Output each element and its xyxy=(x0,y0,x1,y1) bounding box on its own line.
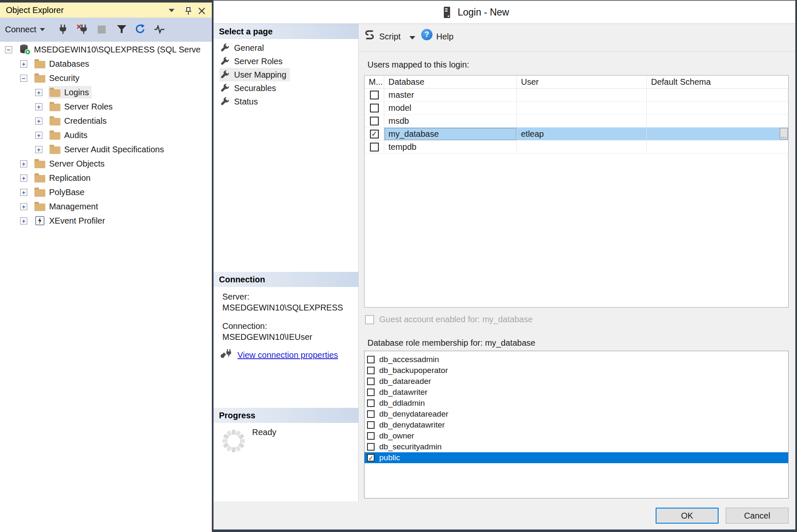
table-row-msdb[interactable]: msdb xyxy=(365,115,788,128)
expand-icon[interactable]: + xyxy=(20,189,27,196)
collapse-icon[interactable]: − xyxy=(5,46,12,53)
table-row-my-database[interactable]: ✓ my_database etleap ... xyxy=(365,128,788,141)
role-item-db-securityadmin[interactable]: db_securityadmin xyxy=(365,441,788,452)
expand-icon[interactable]: + xyxy=(20,160,27,167)
tree-item-server-objects[interactable]: + Server Objects xyxy=(0,156,212,171)
column-header-user[interactable]: User xyxy=(517,76,647,89)
database-cell[interactable]: my_database xyxy=(384,128,517,141)
expand-icon[interactable]: + xyxy=(35,103,42,110)
user-cell[interactable] xyxy=(517,89,647,102)
role-checkbox[interactable] xyxy=(367,356,375,363)
default-schema-cell[interactable] xyxy=(647,141,788,154)
page-item-server-roles[interactable]: Server Roles xyxy=(214,55,358,68)
tree-item-security[interactable]: − Security xyxy=(0,71,212,85)
expand-icon[interactable]: + xyxy=(20,217,27,224)
expand-icon[interactable]: + xyxy=(20,203,27,210)
expand-icon[interactable]: + xyxy=(20,60,27,68)
tree-item-credentials[interactable]: + Credentials xyxy=(0,114,212,128)
window-position-icon[interactable] xyxy=(169,9,175,12)
collapse-icon[interactable]: − xyxy=(20,75,27,82)
table-row-master[interactable]: master xyxy=(365,89,788,102)
page-item-securables[interactable]: Securables xyxy=(214,81,358,95)
default-schema-cell[interactable] xyxy=(647,89,788,102)
map-checkbox[interactable] xyxy=(370,117,379,125)
role-checkbox[interactable] xyxy=(367,410,375,418)
table-row-tempdb[interactable]: tempdb xyxy=(365,141,788,154)
database-cell[interactable]: master xyxy=(384,89,517,102)
column-header-default-schema[interactable]: Default Schema xyxy=(647,76,788,89)
role-item-db-datawriter[interactable]: db_datawriter xyxy=(365,387,788,398)
page-item-user-mapping[interactable]: User Mapping xyxy=(214,68,358,81)
script-button[interactable]: Script xyxy=(379,32,401,42)
expand-icon[interactable]: + xyxy=(35,146,42,153)
script-caret-icon[interactable] xyxy=(409,36,415,39)
expand-icon[interactable]: + xyxy=(35,89,42,96)
tree-item-management[interactable]: + Management xyxy=(0,199,212,214)
close-panel-icon[interactable] xyxy=(198,7,206,16)
role-item-db-denydatareader[interactable]: db_denydatareader xyxy=(365,409,788,420)
default-schema-cell[interactable] xyxy=(647,102,788,115)
database-cell[interactable]: model xyxy=(384,102,517,115)
map-checkbox[interactable] xyxy=(370,104,379,112)
tree-item-server-audit-specifications[interactable]: + Server Audit Specifications xyxy=(0,142,212,156)
table-row-model[interactable]: model xyxy=(365,102,788,115)
view-connection-properties[interactable]: View connection properties xyxy=(221,348,338,362)
role-item-db-ddladmin[interactable]: db_ddladmin xyxy=(365,398,788,409)
tree-item-audits[interactable]: + Audits xyxy=(0,128,212,142)
connect-button[interactable]: Connect xyxy=(5,18,45,41)
column-header-database[interactable]: Database xyxy=(384,76,517,89)
role-checkbox[interactable] xyxy=(367,432,375,440)
default-schema-cell[interactable]: ... xyxy=(647,128,788,141)
role-checkbox[interactable] xyxy=(367,443,375,451)
cancel-button[interactable]: Cancel xyxy=(726,508,789,524)
help-button[interactable]: Help xyxy=(436,32,453,42)
stop-icon[interactable] xyxy=(96,23,107,35)
database-cell[interactable]: tempdb xyxy=(384,141,517,154)
tree-item-replication[interactable]: + Replication xyxy=(0,171,212,185)
role-item-public[interactable]: ✓ public xyxy=(365,452,788,463)
tree-item-xevent-profiler[interactable]: + XEvent Profiler xyxy=(0,214,212,228)
refresh-icon[interactable] xyxy=(134,23,146,35)
expand-icon[interactable]: + xyxy=(35,117,42,125)
role-item-db-backupoperator[interactable]: db_backupoperator xyxy=(365,365,788,376)
user-cell[interactable] xyxy=(517,141,647,154)
expand-icon[interactable]: + xyxy=(20,175,27,182)
role-item-db-owner[interactable]: db_owner xyxy=(365,430,788,441)
expand-icon[interactable]: + xyxy=(35,132,42,139)
user-cell[interactable] xyxy=(517,115,647,128)
tree-item-logins[interactable]: + Logins xyxy=(0,85,212,99)
disconnect-object-icon[interactable] xyxy=(76,23,88,35)
ssms-screen: Object Explorer Connect xyxy=(0,0,797,532)
role-checkbox[interactable] xyxy=(367,367,375,374)
role-checkbox[interactable] xyxy=(367,378,375,385)
filter-icon[interactable] xyxy=(116,23,128,35)
page-item-general[interactable]: General xyxy=(214,41,358,55)
map-checkbox[interactable] xyxy=(370,91,379,99)
role-checkbox[interactable] xyxy=(367,399,375,407)
view-connection-properties-link[interactable]: View connection properties xyxy=(237,350,338,360)
role-checkbox[interactable] xyxy=(367,389,375,396)
column-header-map[interactable]: M... xyxy=(365,76,384,89)
ok-button[interactable]: OK xyxy=(656,508,719,524)
user-cell[interactable] xyxy=(517,102,647,115)
user-cell[interactable]: etleap xyxy=(517,128,647,141)
activity-monitor-icon[interactable] xyxy=(154,23,165,35)
page-item-status[interactable]: Status xyxy=(214,95,358,108)
tree-item-polybase[interactable]: + PolyBase xyxy=(0,185,212,199)
tree-item-server[interactable]: − MSEDGEWIN10\SQLEXPRESS (SQL Serve xyxy=(0,42,212,57)
dialog-titlebar[interactable]: Login - New xyxy=(214,1,795,23)
tree-item-server-roles[interactable]: + Server Roles xyxy=(0,99,212,114)
connect-object-icon[interactable] xyxy=(57,23,69,35)
database-cell[interactable]: msdb xyxy=(384,115,517,128)
role-item-db-accessadmin[interactable]: db_accessadmin xyxy=(365,354,788,365)
map-checkbox[interactable] xyxy=(370,143,379,151)
role-item-db-datareader[interactable]: db_datareader xyxy=(365,376,788,387)
browse-schema-button[interactable]: ... xyxy=(780,128,788,139)
tree-item-databases[interactable]: + Databases xyxy=(0,57,212,71)
role-checkbox[interactable]: ✓ xyxy=(367,454,375,462)
role-item-db-denydatawriter[interactable]: db_denydatawriter xyxy=(365,420,788,430)
auto-hide-pin-icon[interactable] xyxy=(184,6,193,18)
default-schema-cell[interactable] xyxy=(647,115,788,128)
map-checkbox[interactable]: ✓ xyxy=(370,130,379,138)
role-checkbox[interactable] xyxy=(367,421,375,429)
